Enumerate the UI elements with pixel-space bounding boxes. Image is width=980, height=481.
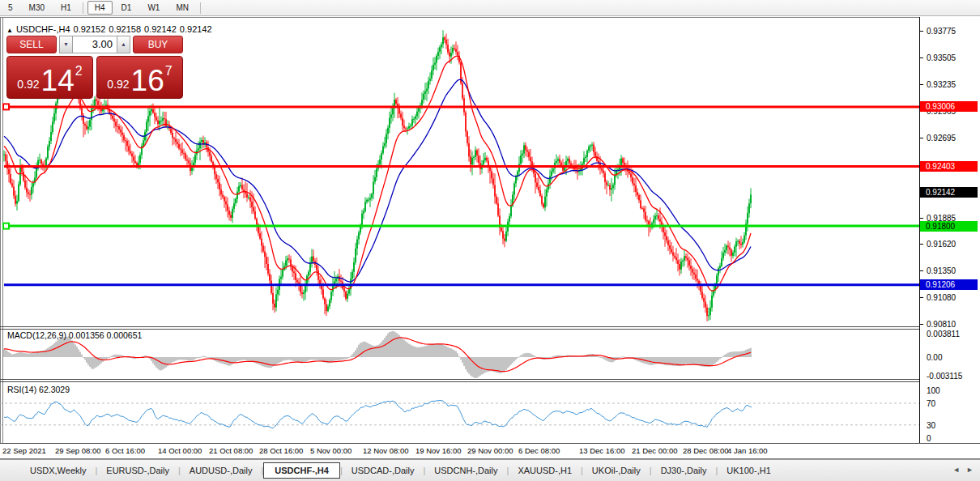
buy-price-display[interactable]: 0.92167 [96, 56, 183, 99]
time-axis-label: 22 Sep 2021 [2, 446, 46, 455]
macd-label: MACD(12,26,9) 0.001356 0.000651 [7, 330, 142, 340]
time-axis-label: 28 Oct 16:00 [259, 446, 303, 455]
tab-scroll-left-icon[interactable]: ◄ [952, 466, 960, 474]
price-tick-label: 0.93235 [927, 80, 956, 89]
chart-tab-bar: USDX,Weekly|EURUSD-,Daily|AUDUSD-,Daily|… [0, 459, 980, 481]
time-axis-label: 14 Oct 00:00 [158, 446, 202, 455]
pane-separator[interactable] [0, 326, 980, 327]
timeframe-toolbar: 5M30H1H4D1W1MN [0, 0, 980, 16]
tab-scroll-nav: ◄► [946, 466, 974, 474]
chart-tab-usdcad-daily[interactable]: USDCAD-,Daily [343, 462, 424, 479]
price-level-box: 0.92403 [920, 161, 978, 172]
timeframe-button-d1[interactable]: D1 [114, 1, 139, 15]
buy-price-big: 16 [131, 67, 164, 94]
time-axis-label: 4 Jan 16:00 [727, 446, 768, 455]
chart-ohlc-readout: ▲USDCHF-,H40.921520.921580.921420.92142 [6, 24, 215, 34]
collapse-triangle-icon[interactable]: ▲ [6, 27, 13, 34]
one-click-trading-widget: SELL ▼ 3.00 ▲ BUY 0.92142 0.92167 [6, 36, 183, 99]
axis-tick-mark [920, 57, 923, 58]
symbol-period-label: USDCHF-,H4 [16, 24, 70, 34]
macd-scale-label: 0.003811 [927, 330, 960, 338]
buy-button[interactable]: BUY [133, 36, 183, 53]
price-level-box: 0.92142 [920, 187, 978, 198]
volume-input[interactable]: 3.00 [73, 36, 117, 53]
chart-tab-audusd-daily[interactable]: AUDUSD-,Daily [181, 462, 262, 479]
axis-tick-mark [920, 324, 923, 325]
axis-tick-mark [920, 138, 923, 138]
toolbar-separator [83, 2, 83, 14]
rsi-indicator-pane[interactable] [0, 382, 919, 442]
time-axis-label: 21 Dec 00:00 [632, 446, 678, 455]
rsi-scale-label: 30 [927, 421, 935, 430]
axis-tick-mark [920, 84, 923, 85]
axis-tick-mark [920, 31, 923, 32]
price-tick-label: 0.90810 [927, 320, 956, 329]
axis-tick-mark [920, 218, 923, 219]
price-level-box: 0.91800 [920, 221, 978, 232]
sell-price-base: 0.92 [17, 78, 39, 91]
price-level-box: 0.91206 [920, 279, 978, 290]
volume-decrease-button[interactable]: ▼ [59, 36, 73, 53]
chart-tab-usdx-weekly[interactable]: USDX,Weekly [21, 462, 95, 479]
price-tick-label: 0.92695 [927, 134, 956, 143]
price-tick-label: 0.91620 [927, 240, 956, 249]
chart-tab-usdchf-h4[interactable]: USDCHF-,H4 [263, 462, 340, 479]
buy-price-base: 0.92 [107, 78, 129, 91]
chart-tab-eurusd-daily[interactable]: EURUSD-,Daily [97, 462, 178, 479]
tab-scroll-right-icon[interactable]: ► [966, 466, 974, 474]
volume-stepper: ▼ 3.00 ▲ [59, 36, 130, 53]
time-axis-label: 5 Nov 00:00 [310, 446, 352, 455]
pane-separator[interactable] [0, 329, 980, 330]
sell-price-big: 14 [41, 67, 75, 94]
timeframe-button-h4[interactable]: H4 [87, 1, 113, 15]
rsi-scale-label: 0 [927, 434, 931, 443]
price-tick-label: 0.93505 [927, 53, 956, 62]
time-axis-label: 19 Nov 16:00 [415, 446, 462, 455]
time-axis-label: 6 Dec 08:00 [518, 446, 560, 455]
time-axis-label: 12 Nov 08:00 [363, 446, 409, 455]
volume-increase-button[interactable]: ▲ [117, 36, 130, 53]
time-axis-label: 21 Oct 08:00 [209, 446, 253, 455]
timeframe-button-m30[interactable]: M30 [22, 1, 52, 15]
macd-scale-label: 0.00 [927, 353, 942, 362]
pane-separator[interactable] [0, 379, 980, 380]
axis-tick-mark [920, 297, 923, 298]
macd-scale-label: -0.003115 [927, 372, 962, 381]
time-scale-axis[interactable]: 22 Sep 202129 Sep 08:006 Oct 16:0014 Oct… [0, 444, 919, 458]
sell-price-display[interactable]: 0.92142 [6, 56, 93, 99]
chart-tab-uk100-h1[interactable]: UK100-,H1 [718, 462, 779, 479]
price-level-box: 0.93006 [920, 101, 978, 112]
buy-price-pip: 7 [165, 64, 173, 79]
time-axis-label: 29 Nov 00:00 [467, 446, 513, 455]
timeframe-button-5[interactable]: 5 [1, 1, 20, 15]
rsi-label: RSI(14) 62.3029 [7, 385, 70, 394]
price-tick-label: 0.91080 [927, 293, 956, 302]
ohlc-high: 0.92158 [109, 24, 141, 34]
time-axis-label: 29 Sep 08:00 [55, 446, 101, 455]
price-tick-label: 0.93775 [927, 27, 956, 36]
toolbar-separator [200, 2, 201, 14]
price-scale-axis[interactable]: 0.937750.935050.932350.929650.926950.918… [919, 17, 980, 443]
timeframe-button-h1[interactable]: H1 [53, 1, 79, 15]
chart-tab-usdcnh-daily[interactable]: USDCNH-,Daily [425, 462, 506, 479]
chart-tab-ukoil-daily[interactable]: UKOil-,Daily [583, 462, 650, 479]
time-axis-label: 13 Dec 16:00 [579, 446, 625, 455]
rsi-scale-label: 70 [927, 399, 935, 408]
ohlc-close: 0.92142 [180, 24, 212, 34]
ohlc-open: 0.92152 [74, 24, 106, 34]
chart-tab-dj30-daily[interactable]: DJ30-,Daily [652, 462, 716, 479]
time-axis-label: 6 Oct 16:00 [105, 446, 145, 455]
timeframe-button-mn[interactable]: MN [168, 1, 196, 15]
pane-separator[interactable] [0, 381, 980, 382]
window-top-border [0, 17, 980, 18]
chart-tab-xauusd-h1[interactable]: XAUUSD-,H1 [509, 462, 581, 479]
sell-price-pip: 2 [75, 64, 83, 79]
ohlc-low: 0.92142 [144, 24, 177, 34]
sell-button[interactable]: SELL [6, 36, 57, 53]
axis-tick-mark [920, 244, 923, 245]
timeframe-button-w1[interactable]: W1 [140, 1, 167, 15]
axis-tick-mark [920, 270, 923, 271]
time-axis-label: 28 Dec 08:00 [683, 446, 729, 455]
mt4-terminal: 5M30H1H4D1W1MN ▲USDCHF-,H40.921520.92158… [0, 0, 980, 481]
price-tick-label: 0.91350 [927, 266, 956, 275]
